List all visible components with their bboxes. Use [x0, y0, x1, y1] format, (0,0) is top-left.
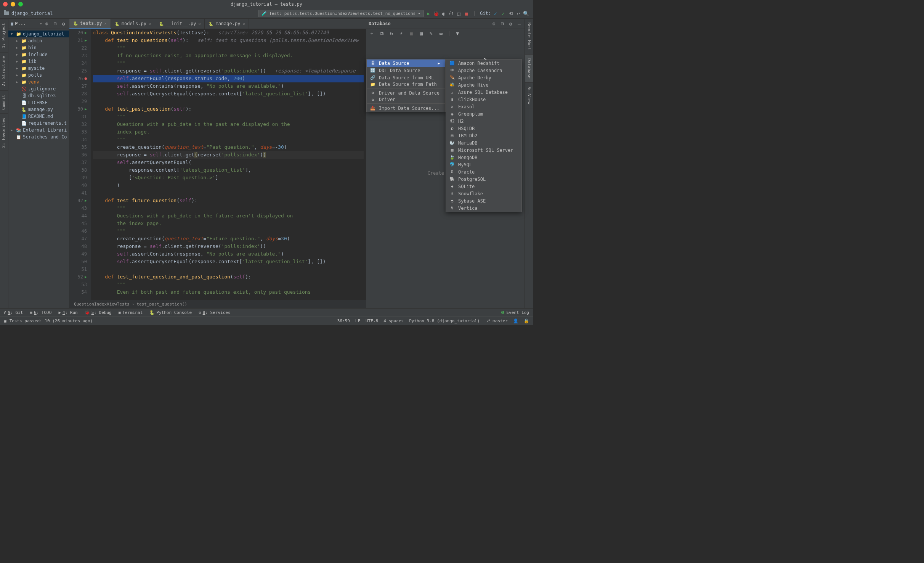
- bottom-tool-9-git[interactable]: ↱9: Git: [4, 310, 23, 315]
- inspection-icon[interactable]: 👤: [513, 318, 518, 323]
- left-stripe-1-project[interactable]: 1: Project: [0, 19, 8, 52]
- tree-item-requirements-t[interactable]: 📄requirements.t: [8, 120, 69, 127]
- menu-item-mariadb[interactable]: 🦭MariaDB: [446, 139, 521, 146]
- menu-item-driver[interactable]: ⚙Driver: [367, 97, 445, 104]
- gutter-run-icon[interactable]: ▶: [85, 273, 87, 281]
- code-line[interactable]: response.context['latest_question_list']…: [93, 166, 364, 174]
- code-line[interactable]: response = self.client.get(reverse('poll…: [93, 243, 364, 250]
- tree-arrow-icon[interactable]: ▶: [16, 66, 20, 70]
- code-line[interactable]: create_question(question_text="Future qu…: [93, 235, 364, 243]
- collapse-all-icon[interactable]: ⊟: [499, 21, 505, 27]
- close-icon[interactable]: ✕: [104, 21, 107, 26]
- menu-item-apache-hive[interactable]: 🐝Apache Hive: [446, 81, 521, 88]
- tx-button[interactable]: ⚡: [398, 31, 404, 37]
- tree-item-scratches-and-co[interactable]: 📋Scratches and Co: [8, 134, 69, 140]
- run-button[interactable]: ▶: [425, 10, 432, 16]
- tree-arrow-icon[interactable]: ▶: [11, 128, 14, 132]
- editor-gutter[interactable]: 20▶21▶2223242526●27282930▶31323334353637…: [69, 29, 91, 300]
- project-name[interactable]: django_tutorial: [11, 11, 53, 16]
- editor-tab-manage-py[interactable]: 🐍manage.py✕: [205, 19, 249, 29]
- code-line[interactable]: def test_no_questions(self): self: test_…: [93, 37, 364, 44]
- menu-item-mongodb[interactable]: 🍃MongoDB: [446, 154, 521, 161]
- tree-item-admin[interactable]: ▶📁admin: [8, 37, 69, 44]
- tool-windows-icon[interactable]: ▣: [4, 318, 6, 323]
- tree-item-lib[interactable]: ▶📁lib: [8, 58, 69, 65]
- bottom-tool-8-services[interactable]: ⚙8: Services: [199, 310, 230, 315]
- tree-arrow-icon[interactable]: ▶: [16, 60, 20, 63]
- run-configuration-dropdown[interactable]: 🧪 Test: polls.tests.QuestionIndexViewTes…: [258, 10, 424, 17]
- tree-item--gitignore[interactable]: 🚫.gitignore: [8, 85, 69, 92]
- tree-arrow-icon[interactable]: ▼: [11, 32, 14, 36]
- gutter-run-icon[interactable]: ▶: [85, 197, 87, 204]
- filter-button[interactable]: ▼: [454, 31, 460, 37]
- menu-item-vertica[interactable]: VVertica: [446, 204, 521, 212]
- left-stripe-commit[interactable]: Commit: [0, 90, 8, 114]
- menu-item-microsoft-sql-server[interactable]: ▦Microsoft SQL Server: [446, 146, 521, 154]
- gutter-run-icon[interactable]: ▶: [85, 37, 87, 44]
- gear-icon[interactable]: ⚙: [508, 21, 514, 27]
- concurrency-button[interactable]: ⬚: [456, 10, 462, 16]
- editor-tab-tests-py[interactable]: 🐍tests.py✕: [69, 19, 111, 29]
- duplicate-button[interactable]: ⧉: [379, 31, 385, 37]
- stop-button[interactable]: ■: [408, 31, 414, 37]
- code-line[interactable]: class QuestionIndexViewTests(TestCase): …: [93, 29, 364, 37]
- chevron-down-icon[interactable]: ▾: [40, 21, 42, 26]
- tree-item-django-tutorial[interactable]: ▼📁django_tutorial: [8, 31, 69, 37]
- gutter-run-icon[interactable]: ▶: [85, 105, 87, 113]
- menu-item-import-data-sources-[interactable]: 📥Import Data Sources...: [367, 105, 445, 112]
- locate-icon[interactable]: ⊕: [491, 21, 497, 27]
- close-window-button[interactable]: [3, 2, 8, 6]
- vcs-commit-button[interactable]: ✓: [500, 10, 506, 16]
- lock-icon[interactable]: 🔒: [524, 318, 529, 323]
- menu-item-data-source[interactable]: 🗄Data Source▶: [367, 60, 445, 67]
- refresh-button[interactable]: ↻: [388, 31, 395, 37]
- tree-item-readme-md[interactable]: 📘README.md: [8, 113, 69, 120]
- bottom-tool-terminal[interactable]: ▣Terminal: [119, 310, 143, 315]
- file-encoding[interactable]: UTF-8: [366, 318, 378, 323]
- code-line[interactable]: the index page.: [93, 220, 364, 227]
- vcs-rollback-button[interactable]: ↩: [515, 10, 521, 16]
- tree-item-license[interactable]: 📄LICENSE: [8, 99, 69, 106]
- tree-item-manage-py[interactable]: 🐍manage.py: [8, 106, 69, 113]
- maximize-window-button[interactable]: [18, 2, 23, 6]
- gear-icon[interactable]: ⚙: [61, 21, 67, 27]
- code-line[interactable]: """: [93, 136, 364, 143]
- code-line[interactable]: Questions with a pub_date in the future …: [93, 212, 364, 220]
- menu-item-postgresql[interactable]: 🐘PostgreSQL: [446, 175, 521, 183]
- code-line[interactable]: """: [93, 60, 364, 67]
- code-line[interactable]: self.assertEqual(response.status_code, 2…: [93, 75, 364, 82]
- breadcrumbs-bar[interactable]: QuestionIndexViewTests › test_past_quest…: [69, 300, 366, 308]
- menu-item-ddl-data-source[interactable]: 🔠DDL Data Source: [367, 67, 445, 74]
- debug-button[interactable]: 🐞: [433, 10, 439, 16]
- menu-item-h2[interactable]: H2H2: [446, 117, 521, 125]
- minimize-icon[interactable]: –: [516, 21, 522, 27]
- tree-arrow-icon[interactable]: ▶: [16, 46, 20, 50]
- code-area[interactable]: class QuestionIndexViewTests(TestCase): …: [91, 29, 366, 300]
- code-line[interactable]: self.assertQuerysetEqual(response.contex…: [93, 258, 364, 265]
- right-stripe-remote-host[interactable]: Remote Host: [525, 19, 533, 55]
- coverage-button[interactable]: ◐: [441, 10, 447, 16]
- menu-item-sqlite[interactable]: ◆SQLite: [446, 183, 521, 190]
- edit-button[interactable]: ✎: [428, 31, 434, 37]
- menu-item-ibm-db2[interactable]: ▤IBM Db2: [446, 132, 521, 139]
- code-line[interactable]: """: [93, 227, 364, 235]
- table-button[interactable]: ▦: [418, 31, 424, 37]
- menu-item-clickhouse[interactable]: ▮ClickHouse: [446, 96, 521, 103]
- code-line[interactable]: response = self.client.get(reverse('poll…: [93, 151, 364, 159]
- code-line[interactable]: [93, 265, 364, 273]
- code-line[interactable]: """: [93, 44, 364, 52]
- bottom-tool-6-todo[interactable]: ≡6: TODO: [30, 310, 51, 315]
- menu-item-sybase-ase[interactable]: ◓Sybase ASE: [446, 197, 521, 204]
- menu-item-azure-sql-database[interactable]: ☁Azure SQL Database: [446, 88, 521, 96]
- code-line[interactable]: create_question(question_text="Past ques…: [93, 143, 364, 151]
- minimize-window-button[interactable]: [11, 2, 15, 6]
- code-line[interactable]: [93, 98, 364, 105]
- menu-item-hsqldb[interactable]: ◐HSQLDB: [446, 125, 521, 132]
- left-stripe-2-structure[interactable]: 2: Structure: [0, 52, 8, 90]
- tree-item-bin[interactable]: ▶📁bin: [8, 44, 69, 51]
- jump-button[interactable]: ▭: [438, 31, 444, 37]
- menu-item-oracle[interactable]: OOracle: [446, 168, 521, 175]
- close-icon[interactable]: ✕: [149, 22, 151, 26]
- close-icon[interactable]: ✕: [242, 22, 245, 26]
- tree-item-mysite[interactable]: ▶📁mysite: [8, 65, 69, 72]
